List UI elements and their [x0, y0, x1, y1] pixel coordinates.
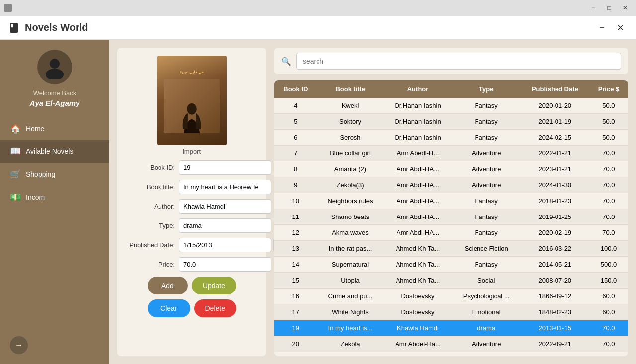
book-title-input[interactable]	[179, 180, 271, 194]
table-row[interactable]: 10 Neighbors rules Amr Abdl-HA... Fantas…	[274, 193, 628, 209]
cell-type: Adventure	[452, 336, 521, 352]
update-button[interactable]: Update	[192, 277, 236, 294]
table-panel: 🔍 Book ID Book title Author Type Publish…	[274, 48, 628, 356]
cell-id: 13	[274, 241, 317, 257]
table-row[interactable]: 5 Soktory Dr.Hanan Iashin Fantasy 2021-0…	[274, 114, 628, 130]
table-row[interactable]: 8 Amarita (2) Amr Abdl-HA... Adventure 2…	[274, 161, 628, 177]
sidebar: Welcome Back Aya El-Agamy 🏠 Home 📖 Avila…	[0, 40, 109, 364]
cell-price: 70.0	[589, 161, 628, 177]
price-input[interactable]	[179, 257, 271, 272]
table-row[interactable]: 11 Shamo beats Amr Abdl-HA... Fantasy 20…	[274, 209, 628, 225]
cell-title: White Nights	[317, 304, 384, 320]
sidebar-item-available-novels[interactable]: 📖 Avilable Novels	[0, 140, 109, 163]
published-date-input[interactable]	[179, 238, 271, 252]
sidebar-item-income-label: Incom	[26, 193, 45, 201]
sidebar-item-home[interactable]: 🏠 Home	[0, 117, 109, 140]
logout-button[interactable]: →	[10, 336, 28, 354]
cell-date: 2018-01-23	[521, 193, 589, 209]
cell-date: 2023-01-21	[521, 161, 589, 177]
table-row[interactable]: 9 Zekola(3) Amr Abdl-HA... Adventure 202…	[274, 177, 628, 193]
app-close-button[interactable]: ✕	[613, 20, 628, 35]
table-header-row: Book ID Book title Author Type Published…	[274, 80, 628, 98]
book-id-row: Book ID:	[125, 160, 258, 175]
col-price: Price $	[589, 80, 628, 98]
cell-price: 70.0	[589, 320, 628, 336]
cell-date: 2021-01-19	[521, 114, 589, 130]
cell-type: Fantasy	[452, 257, 521, 273]
title-bar-left	[4, 4, 12, 12]
cell-id: 9	[274, 177, 317, 193]
cell-title: Serosh	[317, 130, 384, 146]
app-book-icon	[8, 22, 20, 34]
cell-author: Amr Abdel-Ha...	[384, 336, 452, 352]
user-avatar-icon	[42, 55, 67, 79]
cell-date: 2008-07-20	[521, 273, 589, 289]
table-row[interactable]: 15 Utopia Ahmed Kh Ta... Social 2008-07-…	[274, 273, 628, 289]
titlebar-maximize-button[interactable]: □	[602, 3, 616, 13]
table-row[interactable]: 6 Serosh Dr.Hanan Iashin Fantasy 2024-02…	[274, 130, 628, 146]
cell-title: Amarita (2)	[317, 161, 384, 177]
date-row: Published Date: 📅	[125, 238, 258, 252]
btn-row-2: Clear Delete	[125, 299, 258, 317]
cell-type: Psychological ...	[452, 289, 521, 304]
cell-date: 2024-01-30	[521, 177, 589, 193]
book-id-input[interactable]	[179, 160, 271, 175]
date-input-wrap: 📅	[179, 238, 288, 252]
cell-date: 2014-05-21	[521, 257, 589, 273]
main-content: Welcome Back Aya El-Agamy 🏠 Home 📖 Avila…	[0, 40, 636, 364]
sidebar-item-income[interactable]: 💵 Incom	[0, 186, 109, 209]
books-table: Book ID Book title Author Type Published…	[274, 80, 628, 352]
cell-author: Amr Abdl-HA...	[384, 209, 452, 225]
cell-id: 17	[274, 304, 317, 320]
cell-price: 50.0	[589, 114, 628, 130]
welcome-text: Welcome Back	[33, 89, 76, 97]
table-row[interactable]: 20 Zekola Amr Abdel-Ha... Adventure 2022…	[274, 336, 628, 352]
app-window-icon	[4, 4, 12, 12]
table-row[interactable]: 17 White Nights Dostoevsky Emotional 184…	[274, 304, 628, 320]
cell-date: 1866-09-12	[521, 289, 589, 304]
titlebar-close-button[interactable]: ✕	[618, 3, 632, 13]
app-bar: Novels World − ✕	[0, 16, 636, 40]
cell-price: 100.0	[589, 241, 628, 257]
author-input[interactable]	[179, 199, 271, 214]
table-scroll[interactable]: Book ID Book title Author Type Published…	[274, 80, 628, 356]
col-published-date: Published Date	[521, 80, 589, 98]
book-cover: في قلبي عبرية	[157, 56, 227, 145]
cell-date: 2016-03-22	[521, 241, 589, 257]
table-row[interactable]: 13 In the rat pas... Ahmed Kh Ta... Scie…	[274, 241, 628, 257]
sidebar-item-shopping[interactable]: 🛒 Shopping	[0, 163, 109, 186]
cell-type: Science Fiction	[452, 241, 521, 257]
col-type: Type	[452, 80, 521, 98]
table-row[interactable]: 4 Kwekl Dr.Hanan Iashin Fantasy 2020-01-…	[274, 98, 628, 114]
cell-author: Amr Abedl-H...	[384, 146, 452, 161]
table-row[interactable]: 19 In my heart is... Khawla Hamdi drama …	[274, 320, 628, 336]
cell-title: Soktory	[317, 114, 384, 130]
cell-type: Fantasy	[452, 225, 521, 241]
cell-id: 16	[274, 289, 317, 304]
user-name: Aya El-Agamy	[30, 99, 80, 107]
cell-price: 150.0	[589, 273, 628, 289]
titlebar-minimize-button[interactable]: −	[586, 3, 600, 13]
clear-button[interactable]: Clear	[148, 299, 190, 317]
type-input[interactable]	[179, 218, 271, 233]
sidebar-item-home-label: Home	[26, 125, 44, 133]
add-button[interactable]: Add	[148, 277, 188, 294]
cell-price: 70.0	[589, 225, 628, 241]
app-minimize-button[interactable]: −	[595, 20, 609, 35]
type-row: Type:	[125, 218, 258, 233]
search-input[interactable]	[296, 53, 621, 70]
table-row[interactable]: 12 Akma waves Amr Abdl-HA... Fantasy 202…	[274, 225, 628, 241]
cell-author: Dostoevsky	[384, 304, 452, 320]
table-row[interactable]: 16 Crime and pu... Dostoevsky Psychologi…	[274, 289, 628, 304]
cell-type: Fantasy	[452, 193, 521, 209]
delete-button[interactable]: Delete	[194, 299, 236, 317]
cell-id: 8	[274, 161, 317, 177]
table-row[interactable]: 7 Blue collar girl Amr Abedl-H... Advent…	[274, 146, 628, 161]
table-row[interactable]: 14 Supernatural Ahmed Kh Ta... Fantasy 2…	[274, 257, 628, 273]
cell-id: 19	[274, 320, 317, 336]
cell-author: Khawla Hamdi	[384, 320, 452, 336]
cell-author: Amr Abdl-HA...	[384, 193, 452, 209]
svg-point-0	[50, 59, 60, 69]
cell-id: 6	[274, 130, 317, 146]
import-label: import	[183, 148, 201, 155]
